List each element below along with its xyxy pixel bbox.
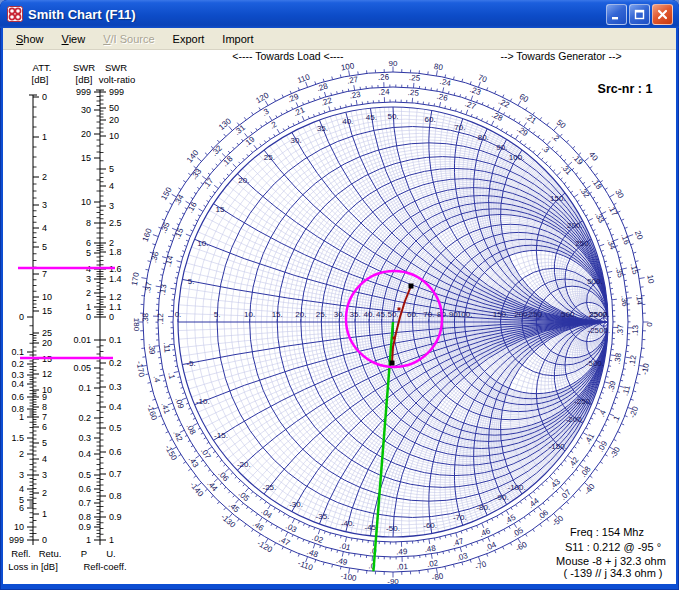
nomograph: 012345710152520151210987654321000.10.20.… [8,62,135,572]
svg-text:.34: .34 [605,237,617,251]
svg-text:.25: .25 [409,73,421,83]
svg-text:170: 170 [130,271,141,286]
svg-text:.07: .07 [559,487,574,502]
svg-text:5: 5 [42,438,47,448]
content-area: -170-160-150-140-130-120-110-100-90-80-7… [3,50,676,584]
svg-text:0: 0 [19,312,24,322]
svg-text:-70: -70 [474,559,488,572]
svg-text:500.: 500. [587,277,603,286]
svg-text:-20.: -20. [237,460,251,469]
svg-text:45.: 45. [366,113,377,122]
svg-text:-35.: -35. [316,512,330,521]
close-button[interactable] [652,4,673,25]
svg-text:-25.: -25. [263,483,277,492]
svg-text:60.: 60. [407,310,418,319]
svg-text:60.: 60. [425,115,436,124]
svg-text:.38: .38 [141,312,150,324]
svg-text:6: 6 [42,422,47,432]
svg-text:-250.: -250. [574,397,592,406]
svg-text:-100.: -100. [507,483,525,492]
svg-text:0.9: 0.9 [78,522,91,532]
svg-text:U.: U. [106,548,116,559]
svg-text:35.: 35. [349,310,360,319]
svg-text:.2: .2 [550,132,561,144]
menu-item-v-i-source[interactable]: V/I Source [94,30,163,48]
svg-text:-50.: -50. [386,524,400,533]
svg-text:30.: 30. [290,136,301,145]
svg-text:.43: .43 [187,455,201,470]
svg-text:30: 30 [81,105,91,115]
svg-text:.29: .29 [286,91,300,104]
title-bar[interactable]: Smith Chart (F11) [0,0,679,28]
svg-text:10: 10 [81,197,91,207]
svg-text:100: 100 [340,61,355,72]
svg-text:0: 0 [645,322,654,327]
svg-text:.39: .39 [147,343,157,356]
svg-text:Refl-coeff.: Refl-coeff. [83,561,126,572]
svg-text:-15.: -15. [214,431,228,440]
svg-text:140: 140 [185,148,201,164]
svg-text:20: 20 [633,229,645,241]
svg-text:150.: 150. [493,310,509,319]
svg-text:3: 3 [109,201,114,211]
svg-text:0.3: 0.3 [109,382,122,392]
svg-text:-50: -50 [551,513,566,528]
maximize-button[interactable] [629,4,650,25]
svg-text:.03: .03 [284,521,298,534]
svg-text:0: 0 [109,312,114,322]
svg-text:.05: .05 [511,525,526,539]
svg-text:150.: 150. [550,194,566,203]
svg-text:130: 130 [217,116,233,132]
svg-text:.31: .31 [559,162,573,177]
svg-text:250.: 250. [529,310,545,319]
svg-text:70: 70 [477,73,489,85]
svg-text:80.: 80. [478,133,489,142]
svg-text:25.: 25. [264,153,275,162]
mouse-readout-line1: Mouse -8 + j 32.3 ohm [556,555,666,567]
svg-text:.45: .45 [503,513,518,527]
svg-text:1: 1 [42,132,47,142]
menu-item-view[interactable]: View [53,30,95,48]
svg-text:50: 50 [555,118,568,131]
svg-text:.19: .19 [570,152,584,167]
svg-text:30.: 30. [334,310,345,319]
svg-text:volt-ratio: volt-ratio [99,74,135,85]
svg-text:1: 1 [109,535,114,545]
svg-text:.4: .4 [152,375,162,384]
svg-text:0.1: 0.1 [11,347,24,357]
svg-text:5: 5 [86,248,91,258]
svg-text:.26: .26 [436,92,449,103]
svg-text:1.8: 1.8 [109,247,122,257]
svg-text:.21: .21 [292,105,306,118]
svg-text:9: 9 [42,392,47,402]
svg-text:-110: -110 [296,559,314,573]
svg-text:.22: .22 [320,96,334,108]
menu-item-import[interactable]: Import [213,30,262,48]
svg-text:2: 2 [19,449,24,459]
svg-text:.12: .12 [156,313,165,325]
svg-text:10.: 10. [197,239,208,248]
svg-text:.49: .49 [396,547,408,556]
svg-text:0.4: 0.4 [11,379,24,389]
svg-text:35.: 35. [317,124,328,133]
svg-text:-10.: -10. [196,397,210,406]
svg-text:ATT.: ATT. [33,62,52,73]
svg-text:0.7: 0.7 [109,469,122,479]
svg-text:0.5: 0.5 [78,470,91,480]
svg-text:.4: .4 [597,408,608,418]
freq-readout: Freq : 154 Mhz [570,526,644,538]
svg-text:4: 4 [109,181,114,191]
svg-text:5.: 5. [214,310,221,319]
smith-chart[interactable]: -170-160-150-140-130-120-110-100-90-80-7… [3,50,676,584]
menu-item-export[interactable]: Export [164,30,214,48]
svg-text:-90: -90 [387,577,399,585]
svg-text:-80.: -80. [476,503,490,512]
menu-item-show[interactable]: Show [7,30,53,48]
minimize-button[interactable] [606,4,627,25]
svg-text:.01: .01 [397,562,409,571]
svg-text:.06: .06 [216,469,230,484]
svg-text:0.01: 0.01 [73,335,91,345]
svg-text:-60: -60 [514,540,529,554]
svg-text:.32: .32 [578,185,592,200]
svg-text:5: 5 [109,164,114,174]
